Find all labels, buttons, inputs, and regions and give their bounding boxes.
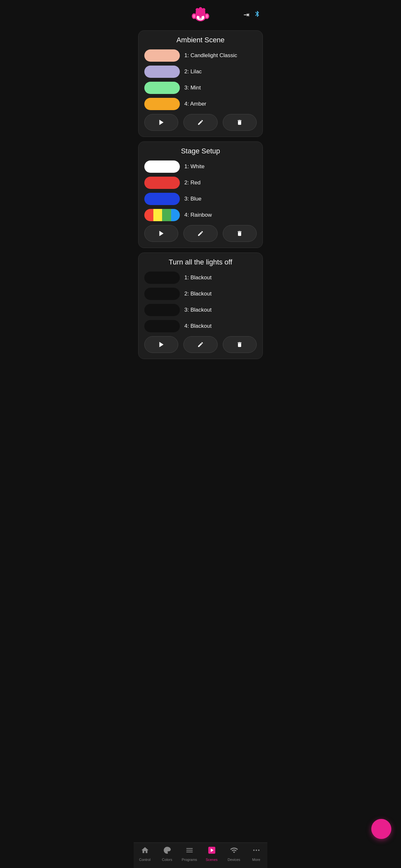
color-label: 4: Rainbow [184, 212, 212, 218]
header: ⇥ [134, 0, 267, 28]
svg-marker-15 [159, 120, 163, 125]
color-swatch [144, 82, 180, 94]
svg-point-14 [202, 8, 205, 11]
action-buttons [144, 336, 257, 353]
color-row: 2: Red [144, 177, 257, 189]
svg-marker-16 [159, 231, 163, 237]
edit-button[interactable] [183, 114, 217, 131]
color-label: 4: Amber [184, 101, 206, 107]
scene-title: Turn all the lights off [144, 258, 257, 267]
color-label: 1: White [184, 163, 204, 170]
delete-button[interactable] [223, 114, 257, 131]
color-row: 4: Amber [144, 98, 257, 110]
color-row: 3: Mint [144, 82, 257, 94]
color-label: 4: Blackout [184, 323, 212, 330]
color-label: 1: Candlelight Classic [184, 52, 237, 59]
color-label: 2: Red [184, 180, 201, 186]
play-button[interactable] [144, 225, 178, 242]
svg-marker-17 [159, 342, 163, 347]
color-row: 4: Rainbow [144, 209, 257, 221]
scene-title: Stage Setup [144, 147, 257, 155]
color-swatch [144, 304, 180, 316]
header-icons: ⇥ [243, 10, 261, 20]
color-swatch [144, 193, 180, 205]
color-swatch [144, 177, 180, 189]
rainbow-swatch [144, 209, 180, 221]
color-row: 1: Blackout [144, 272, 257, 284]
delete-button[interactable] [223, 225, 257, 242]
color-swatch [144, 50, 180, 62]
color-row: 4: Blackout [144, 320, 257, 332]
color-label: 3: Mint [184, 85, 201, 91]
color-row: 2: Blackout [144, 288, 257, 300]
color-swatch [144, 272, 180, 284]
scene-title: Ambient Scene [144, 36, 257, 44]
scene-card-stage_setup: Stage Setup1: White2: Red3: Blue4: Rainb… [138, 142, 263, 248]
color-swatch [144, 98, 180, 110]
svg-point-4 [206, 14, 208, 18]
delete-button[interactable] [223, 336, 257, 353]
edit-button[interactable] [183, 336, 217, 353]
login-icon[interactable]: ⇥ [243, 11, 249, 19]
scenes-list: Ambient Scene1: Candlelight Classic2: Li… [134, 28, 267, 392]
color-label: 2: Blackout [184, 290, 212, 297]
color-swatch [144, 320, 180, 332]
color-swatch [144, 160, 180, 173]
edit-button[interactable] [183, 225, 217, 242]
scene-card-ambient_scene: Ambient Scene1: Candlelight Classic2: Li… [138, 30, 263, 137]
color-row: 2: Lilac [144, 66, 257, 78]
play-button[interactable] [144, 114, 178, 131]
svg-point-12 [196, 8, 199, 11]
app-logo [191, 5, 210, 25]
color-row: 3: Blue [144, 193, 257, 205]
svg-point-3 [193, 14, 195, 18]
action-buttons [144, 114, 257, 131]
action-buttons [144, 225, 257, 242]
color-row: 1: White [144, 160, 257, 173]
color-label: 3: Blackout [184, 307, 212, 313]
color-label: 1: Blackout [184, 275, 212, 281]
color-swatch [144, 66, 180, 78]
scene-card-lights_off: Turn all the lights off1: Blackout2: Bla… [138, 252, 263, 359]
color-label: 2: Lilac [184, 68, 202, 75]
color-row: 1: Candlelight Classic [144, 50, 257, 62]
svg-point-13 [199, 7, 202, 10]
color-label: 3: Blue [184, 196, 202, 202]
color-row: 3: Blackout [144, 304, 257, 316]
color-swatch [144, 288, 180, 300]
play-button[interactable] [144, 336, 178, 353]
svg-point-10 [199, 17, 202, 18]
bluetooth-icon[interactable] [254, 10, 261, 20]
